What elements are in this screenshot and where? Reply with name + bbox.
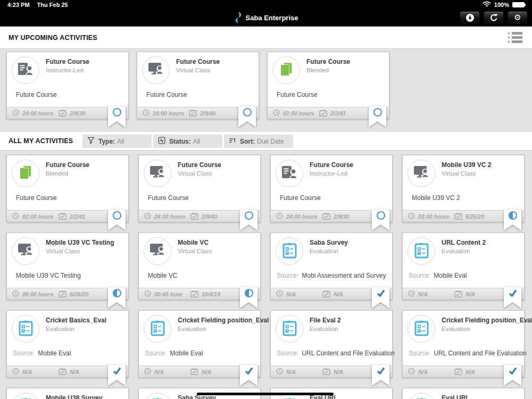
evaluation-icon xyxy=(414,242,429,261)
activity-card[interactable]: Eval URL xyxy=(402,388,525,399)
gear-icon: ⚙ xyxy=(514,14,521,22)
wifi-icon xyxy=(483,1,491,9)
card-body-text: Mobile U39 VC 2 xyxy=(412,194,460,202)
activity-type-avatar xyxy=(12,160,39,187)
card-body-text: Mobile VC xyxy=(148,272,177,279)
status-icon xyxy=(108,287,126,298)
filter-type-button[interactable]: Type: All xyxy=(82,135,152,148)
status-pulse-icon xyxy=(158,137,165,146)
calendar-icon xyxy=(322,368,330,376)
download-button[interactable] xyxy=(460,11,480,24)
card-duration: N/A xyxy=(154,369,164,375)
calendar-icon xyxy=(189,109,197,118)
clock-icon xyxy=(276,212,283,220)
calendar-icon xyxy=(190,290,198,298)
card-subtitle: Evaluation xyxy=(310,248,348,254)
activity-card[interactable]: Future Course Blended Future Course 02:0… xyxy=(267,52,389,119)
activity-card[interactable]: Future Course Virtual Class Future Cours… xyxy=(138,155,261,222)
card-title: Mobile U39 VC Testing xyxy=(46,239,114,246)
virtual-class-icon xyxy=(149,165,166,181)
sort-button[interactable]: Sort: Due Date xyxy=(224,135,293,148)
card-title: Mobile U38 Survey xyxy=(46,394,103,399)
evaluation-icon xyxy=(282,242,297,261)
card-subtitle: Virtual Class xyxy=(46,248,114,254)
card-subtitle: Virtual Class xyxy=(178,170,221,177)
filter-status-value: All xyxy=(193,138,200,145)
activity-card[interactable]: Mobile U38 Survey xyxy=(6,388,129,399)
activity-card[interactable]: Mobile U39 VC Testing Virtual Class Mobi… xyxy=(6,232,129,300)
source-label: Source: xyxy=(409,350,430,357)
list-view-button[interactable] xyxy=(511,29,523,46)
status-icon xyxy=(504,287,521,298)
clock-icon xyxy=(144,368,151,376)
calendar-icon xyxy=(59,368,66,376)
clock-icon xyxy=(143,109,149,117)
activity-type-avatar xyxy=(276,315,303,343)
clock-icon xyxy=(12,368,19,376)
virtual-class-icon xyxy=(149,243,166,259)
activity-card[interactable]: Future Course Instructor-Led Future Cour… xyxy=(270,155,393,222)
card-body-text: URL Content and File Evaluation xyxy=(302,350,394,357)
status-date: Thu Feb 25 xyxy=(37,2,68,8)
card-date: 2/2/41 xyxy=(70,213,85,220)
card-body-text: Future Course xyxy=(146,91,187,98)
activity-card[interactable]: Cricket Fielding position_Eval Evaluatio… xyxy=(138,310,261,378)
card-title: File Eval 2 xyxy=(310,317,341,324)
clock-icon xyxy=(408,290,415,298)
evaluation-icon xyxy=(151,397,165,399)
sort-label: Sort: xyxy=(240,138,255,145)
status-icon xyxy=(372,210,389,221)
activity-card[interactable]: Cricket Basics_Eval Evaluation Source: M… xyxy=(6,310,129,378)
clock-icon xyxy=(144,212,151,220)
status-icon xyxy=(504,210,521,221)
calendar-icon xyxy=(59,290,66,298)
activity-card[interactable]: URL Content 2 Evaluation Source: Mobile … xyxy=(402,232,525,300)
activity-type-avatar xyxy=(12,237,39,265)
activity-card[interactable]: Saba Survey Evaluation Source: Mobi Asse… xyxy=(270,232,393,300)
card-body-text: URL Content and File Evaluation xyxy=(434,350,526,357)
card-duration: 24:00 hours xyxy=(286,213,318,220)
battery-icon xyxy=(512,2,525,7)
source-label: Source: xyxy=(13,350,35,357)
app-nav-bar: Saba Enterprise ⚙ xyxy=(0,10,532,27)
sort-icon xyxy=(229,137,236,146)
filter-status-button[interactable]: Status: All xyxy=(153,135,222,148)
activity-card[interactable]: Cricket Fielding position_Eval Evaluatio… xyxy=(402,310,525,378)
card-body-text: Mobile Eval xyxy=(434,272,467,279)
activity-card[interactable]: Mobile VC Virtual Class Mobile VC 00:45 … xyxy=(138,232,261,300)
clock-icon xyxy=(273,109,280,117)
status-icon xyxy=(238,106,256,118)
card-duration: N/A xyxy=(286,291,296,297)
activity-card[interactable]: Future Course Virtual Class Future Cours… xyxy=(137,52,259,119)
clock-icon xyxy=(12,212,19,220)
filter-funnel-icon xyxy=(87,137,95,146)
refresh-button[interactable] xyxy=(484,11,504,24)
activity-card[interactable]: Mobile U39 VC 2 Virtual Class Mobile U39… xyxy=(402,155,525,222)
calendar-icon xyxy=(190,212,198,221)
activity-card[interactable]: Future Course Instructor-Led Future Cour… xyxy=(6,52,129,119)
activity-card[interactable]: Future Course Blended Future Course 02:0… xyxy=(6,155,129,222)
evaluation-icon xyxy=(19,397,33,399)
settings-button[interactable]: ⚙ xyxy=(508,11,528,24)
card-body-text: Mobile Eval xyxy=(38,350,71,357)
card-body-text: Mobile Eval xyxy=(170,350,203,357)
clock-icon xyxy=(276,290,283,298)
download-icon xyxy=(466,13,475,22)
activity-type-avatar xyxy=(144,315,171,343)
card-duration: N/A xyxy=(418,291,428,297)
calendar-icon xyxy=(319,109,327,118)
source-label: Source: xyxy=(277,350,298,357)
calendar-icon xyxy=(454,368,462,376)
activity-card[interactable]: File Eval 2 Evaluation Source: URL Conte… xyxy=(270,310,393,378)
card-title: Mobile U39 VC 2 xyxy=(442,161,491,169)
card-duration: N/A xyxy=(286,369,296,375)
instructor-led-icon xyxy=(18,62,34,79)
card-date: 2/9/30 xyxy=(70,110,85,117)
calendar-icon xyxy=(454,290,462,298)
status-icon xyxy=(504,365,521,376)
clock-icon xyxy=(276,368,283,376)
card-title: Future Course xyxy=(46,58,89,65)
blended-icon xyxy=(18,165,34,182)
card-title: Saba Survey xyxy=(310,239,348,246)
card-title: Future Course xyxy=(310,161,353,169)
